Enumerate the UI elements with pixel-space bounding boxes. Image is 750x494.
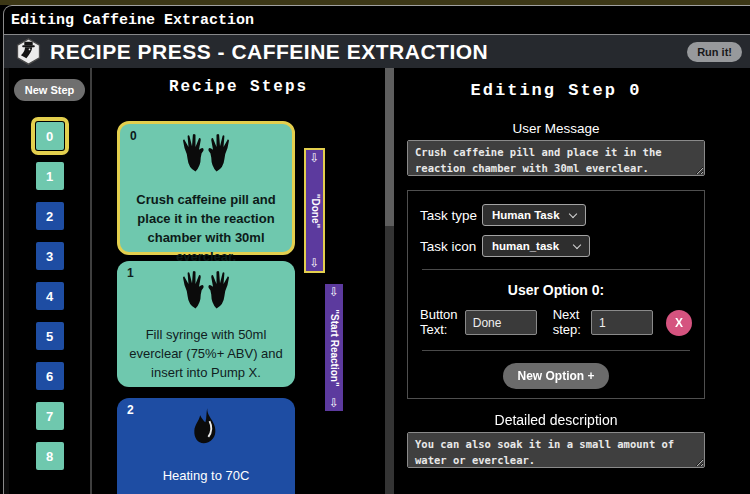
sidebar-step-0[interactable]: 0	[36, 122, 64, 150]
task-icon-select[interactable]: human_task	[482, 235, 590, 257]
app-title: RECIPE PRESS - CAFFEINE EXTRACTION	[50, 40, 488, 64]
down-arrow-icon: ⇩	[306, 257, 323, 269]
sidebar-step-4[interactable]: 4	[36, 282, 64, 310]
main-content: New Step 0 1 2 3 4 5 6 7 8 Recipe Steps …	[4, 68, 750, 494]
recipe-steps-panel: Recipe Steps 0 Crush caffeine pill and p…	[92, 68, 385, 494]
task-settings-box: Task type Human Task Task icon human_tas…	[407, 190, 705, 399]
run-button[interactable]: Run it!	[687, 42, 742, 62]
button-text-input[interactable]	[465, 310, 537, 335]
connector-label: "Start Reaction"	[329, 309, 340, 386]
delete-option-button[interactable]: X	[666, 310, 692, 336]
next-step-label: Next step:	[553, 308, 585, 338]
editor-title: Editing Step 0	[407, 81, 705, 100]
step-card-text: Heating to 70C	[117, 451, 295, 486]
option-row: Button Text: Next step: X	[420, 308, 692, 338]
user-message-label: User Message	[407, 121, 705, 136]
sidebar-step-1[interactable]: 1	[36, 162, 64, 190]
user-option-header: User Option 0:	[420, 282, 692, 298]
plague-doctor-logo-icon	[15, 38, 42, 65]
new-step-button[interactable]: New Step	[14, 79, 86, 101]
step-card-text: Crush caffeine pill and place it in the …	[120, 179, 292, 266]
connector-label: "Done"	[309, 193, 320, 227]
connector-done[interactable]: ⇩ "Done" ⇩	[304, 148, 325, 273]
task-icon-value: human_task	[492, 240, 559, 252]
chevron-down-icon	[573, 240, 581, 248]
sidebar-step-7[interactable]: 7	[36, 402, 64, 430]
chevron-down-icon	[568, 209, 576, 217]
next-step-input[interactable]	[591, 310, 653, 335]
sidebar-step-3[interactable]: 3	[36, 242, 64, 270]
task-icon-label: Task icon	[420, 239, 482, 254]
down-arrow-icon: ⇩	[325, 397, 343, 409]
step-square-list: 0 1 2 3 4 5 6 7 8	[36, 122, 64, 470]
user-message-input[interactable]: Crush caffeine pill and place it in the …	[407, 140, 705, 176]
detailed-description-input[interactable]: You can also soak it in a small amount o…	[407, 432, 705, 468]
down-arrow-icon: ⇩	[306, 152, 323, 164]
step-editor-panel: Editing Step 0 User Message Crush caffei…	[394, 68, 750, 494]
down-arrow-icon: ⇩	[325, 286, 343, 298]
connector-start-reaction[interactable]: ⇩ "Start Reaction" ⇩	[325, 284, 343, 411]
task-type-select[interactable]: Human Task	[482, 204, 586, 226]
recipe-steps-title: Recipe Steps	[92, 78, 385, 96]
steps-panel-scrollbar[interactable]	[385, 68, 394, 494]
step-card-0[interactable]: 0 Crush caffeine pill and place it in th…	[117, 121, 295, 255]
task-type-label: Task type	[420, 208, 482, 223]
app-window: Editing Caffeine Extraction RECIPE PRESS…	[3, 5, 750, 494]
step-card-number: 2	[127, 403, 134, 417]
detailed-description-label: Detailed description	[407, 412, 705, 428]
step-card-1[interactable]: 1 Fill syringe with 50ml everclear (75%+…	[117, 261, 295, 387]
step-card-text: Fill syringe with 50ml everclear (75%+ A…	[117, 316, 295, 383]
page-title: Editing Caffeine Extraction	[11, 12, 254, 29]
section-divider	[422, 269, 690, 270]
step-card-number: 1	[127, 266, 134, 280]
button-text-label: Button Text:	[420, 308, 459, 338]
step-sidebar: New Step 0 1 2 3 4 5 6 7 8	[4, 68, 90, 494]
sidebar-step-8[interactable]: 8	[36, 442, 64, 470]
sidebar-step-2[interactable]: 2	[36, 202, 64, 230]
step-card-2[interactable]: 2 Heating to 70C	[117, 398, 295, 494]
x-icon: X	[675, 316, 683, 330]
hands-icon	[178, 133, 234, 175]
section-divider	[422, 350, 690, 351]
sidebar-step-6[interactable]: 6	[36, 362, 64, 390]
hands-icon	[178, 270, 234, 312]
sidebar-step-5[interactable]: 5	[36, 322, 64, 350]
scrollbar-thumb[interactable]	[385, 68, 394, 226]
task-type-value: Human Task	[492, 209, 560, 221]
flame-icon	[192, 407, 220, 447]
app-header: RECIPE PRESS - CAFFEINE EXTRACTION Run i…	[4, 34, 750, 68]
new-option-button[interactable]: New Option +	[503, 363, 608, 389]
step-card-number: 0	[130, 129, 137, 143]
page-title-bar: Editing Caffeine Extraction	[4, 6, 750, 34]
